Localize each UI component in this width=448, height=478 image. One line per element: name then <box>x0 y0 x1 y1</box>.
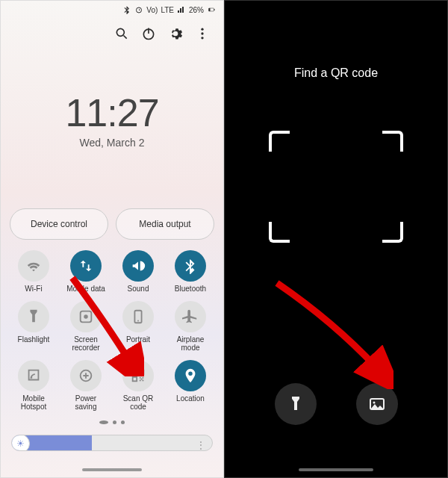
tile-label: Wi-Fi <box>25 285 42 294</box>
bluetooth-icon <box>175 250 206 282</box>
annotation-arrow-right <box>267 277 393 389</box>
svg-rect-20 <box>140 379 141 381</box>
qr-icon <box>122 360 154 391</box>
svg-rect-14 <box>133 370 137 374</box>
qr-scanner-screenshot: Find a QR code <box>224 0 448 478</box>
svg-rect-18 <box>143 376 144 378</box>
svg-rect-15 <box>140 370 144 374</box>
svg-rect-2 <box>209 8 211 11</box>
tile-label: Sound <box>128 285 149 294</box>
svg-rect-21 <box>143 379 144 381</box>
carrier1-text: Vo) <box>146 6 158 14</box>
svg-point-10 <box>84 314 88 319</box>
tile-scan-qr[interactable]: Scan QR code <box>114 360 162 412</box>
wifi-icon <box>18 250 49 282</box>
tile-label: Power saving <box>63 394 108 412</box>
tile-flashlight[interactable]: Flashlight <box>10 301 57 353</box>
tile-label: Bluetooth <box>175 285 206 294</box>
media-output-button[interactable]: Media output <box>116 208 214 240</box>
quick-tiles-grid: Wi-FiMobile dataSoundBluetoothFlashlight… <box>1 240 223 412</box>
location-icon <box>175 360 206 391</box>
carrier2-text: LTE <box>161 6 174 14</box>
svg-point-23 <box>373 402 375 404</box>
device-control-button[interactable]: Device control <box>10 208 108 240</box>
date-text: Wed, March 2 <box>1 137 223 149</box>
airplane-icon <box>175 301 206 332</box>
brightness-sun-icon[interactable]: ☀ <box>11 435 30 451</box>
tile-airplane[interactable]: Airplane mode <box>167 301 214 353</box>
status-bar: Vo) LTE 26% <box>1 1 223 19</box>
brightness-slider[interactable]: ☀ ⋮ <box>11 435 213 451</box>
tile-label: Mobile data <box>66 285 105 294</box>
scanner-title: Find a QR code <box>225 66 447 80</box>
panel-toolbar <box>1 19 223 44</box>
clock-block: 11:27 Wed, March 2 <box>1 90 223 149</box>
tile-location[interactable]: Location <box>167 360 214 412</box>
tile-label: Airplane mode <box>168 335 213 353</box>
bluetooth-status-icon <box>122 5 131 14</box>
svg-rect-17 <box>140 376 141 378</box>
signal-status-icon <box>177 5 186 14</box>
nav-handle[interactable] <box>82 468 142 471</box>
portrait-icon <box>122 301 154 332</box>
arrows-icon <box>70 250 102 282</box>
record-icon <box>70 301 102 332</box>
tile-sound[interactable]: Sound <box>114 250 162 294</box>
battery-text: 26% <box>189 6 204 14</box>
battery-status-icon <box>207 5 216 14</box>
tile-mobile-data[interactable]: Mobile data <box>62 250 110 294</box>
tile-bluetooth[interactable]: Bluetooth <box>167 250 214 294</box>
hotspot-icon <box>18 360 49 391</box>
svg-point-12 <box>137 320 139 321</box>
scanner-flashlight-button[interactable] <box>275 383 317 425</box>
tile-label: Portrait <box>126 335 150 344</box>
nav-handle[interactable] <box>299 468 373 471</box>
flash-icon <box>18 301 49 332</box>
tile-label: Flashlight <box>18 335 50 344</box>
page-indicator <box>1 420 223 424</box>
tile-label: Scan QR code <box>116 394 161 412</box>
tile-screen-recorder[interactable]: Screen recorder <box>62 301 110 353</box>
gear-icon[interactable] <box>168 26 183 41</box>
svg-point-6 <box>201 28 203 31</box>
svg-point-8 <box>201 37 203 39</box>
sound-icon <box>122 250 154 282</box>
svg-point-4 <box>116 28 124 36</box>
tile-power-saving[interactable]: Power saving <box>62 360 110 412</box>
tile-label: Location <box>176 394 205 403</box>
svg-rect-3 <box>214 9 215 10</box>
time-text: 11:27 <box>1 90 223 135</box>
alarm-status-icon <box>134 5 143 14</box>
tile-hotspot[interactable]: Mobile Hotspot <box>10 360 57 412</box>
more-vert-icon[interactable] <box>195 26 210 41</box>
powersave-icon <box>70 360 102 391</box>
svg-rect-16 <box>133 376 137 381</box>
search-icon[interactable] <box>114 26 129 41</box>
notification-panel-screenshot: Vo) LTE 26% 11:27 Wed, March 2 Device co… <box>0 0 224 478</box>
tile-label: Screen recorder <box>63 335 108 353</box>
scanner-gallery-button[interactable] <box>356 383 398 425</box>
tile-label: Mobile Hotspot <box>11 394 56 412</box>
power-icon[interactable] <box>141 26 156 41</box>
tile-wifi[interactable]: Wi-Fi <box>10 250 57 294</box>
brightness-more-icon[interactable]: ⋮ <box>196 440 206 450</box>
svg-point-7 <box>201 32 203 34</box>
qr-viewfinder <box>269 131 403 243</box>
svg-rect-19 <box>141 378 143 379</box>
tile-portrait[interactable]: Portrait <box>114 301 162 353</box>
